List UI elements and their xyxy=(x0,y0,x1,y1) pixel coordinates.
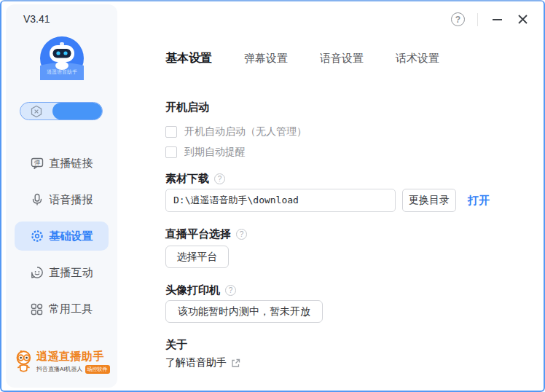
minimize-icon xyxy=(492,14,503,25)
printer-title-text: 头像打印机 xyxy=(165,283,220,297)
section-title-platform: 直播平台选择 ? xyxy=(165,227,533,241)
select-platform-button[interactable]: 选择平台 xyxy=(165,246,229,268)
brand-text: 逍遥直播助手 抖音直播AI机器人 场控软件 xyxy=(36,350,110,374)
section-title-printer: 头像打印机 ? xyxy=(165,283,533,297)
startup-title-text: 开机启动 xyxy=(165,101,209,114)
section-title-about: 关于 xyxy=(165,337,533,352)
download-title-text: 素材下载 xyxy=(165,172,209,186)
chat-smiley-icon xyxy=(31,266,44,279)
microphone-icon xyxy=(31,193,44,206)
download-help-icon[interactable]: ? xyxy=(214,173,225,184)
minimize-button[interactable] xyxy=(490,13,503,26)
sidebar-item-voice-broadcast[interactable]: 语音播报 xyxy=(15,185,109,214)
about-link-label: 了解语音助手 xyxy=(165,356,227,369)
gear-icon xyxy=(31,230,44,243)
printer-beta-button[interactable]: 该功能暂时内测中，暂未开放 xyxy=(165,300,323,323)
autostart-checkbox[interactable] xyxy=(165,126,177,138)
sidebar-item-common-tools[interactable]: 常用工具 xyxy=(15,294,109,324)
startup-option-row: 到期自动提醒 xyxy=(165,144,533,161)
about-link[interactable]: 了解语音助手 xyxy=(165,356,533,370)
main-content: 基本设置 弹幕设置 语音设置 话术设置 开机启动 开机自动启动（无人管理） 到期… xyxy=(165,1,533,370)
toggle-knob xyxy=(20,103,52,119)
brand-title: 逍遥直播助手 xyxy=(36,350,110,364)
expiry-reminder-checkbox[interactable] xyxy=(165,146,177,158)
autostart-label: 开机自动启动（无人管理） xyxy=(184,125,307,138)
sidebar-item-live-link[interactable]: 弹 直播链接 xyxy=(15,149,109,178)
brand-subtitle-row: 抖音直播AI机器人 场控软件 xyxy=(36,365,110,374)
sidebar-menu: 弹 直播链接 语音播报 基础设置 xyxy=(6,149,117,331)
sidebar-item-live-interaction[interactable]: 直播互动 xyxy=(15,258,109,287)
sidebar-item-label: 基础设置 xyxy=(50,230,93,243)
change-directory-button[interactable]: 更换目录 xyxy=(402,189,456,212)
brand-subtitle: 抖音直播AI机器人 xyxy=(36,365,83,373)
apps-grid-icon xyxy=(31,303,43,315)
sidebar-item-label: 常用工具 xyxy=(49,302,93,316)
section-title-download: 素材下载 ? xyxy=(165,171,533,186)
assistant-power-toggle[interactable] xyxy=(20,102,103,120)
sidebar-item-label: 直播互动 xyxy=(50,266,93,280)
startup-option-row: 开机自动启动（无人管理） xyxy=(165,123,533,141)
expiry-reminder-label: 到期自动提醒 xyxy=(184,146,246,159)
tab-basic-settings[interactable]: 基本设置 xyxy=(165,51,212,66)
sidebar-item-label: 语音播报 xyxy=(50,193,93,207)
close-icon xyxy=(517,14,528,25)
external-link-icon xyxy=(231,358,240,368)
brand-robot-icon xyxy=(14,347,34,376)
sidebar: V3.41 逍遥语音助手 弹 直 xyxy=(6,4,117,388)
sidebar-item-label: 直播链接 xyxy=(50,157,93,170)
titlebar-controls: ? xyxy=(451,12,529,26)
tab-script-settings[interactable]: 话术设置 xyxy=(396,52,439,66)
svg-text:弹: 弹 xyxy=(34,159,40,166)
tab-danmu-settings[interactable]: 弹幕设置 xyxy=(244,52,288,66)
danmu-bubble-icon: 弹 xyxy=(31,157,44,170)
open-directory-link[interactable]: 打开 xyxy=(468,194,490,208)
avatar-banner-text: 逍遥语音助手 xyxy=(47,68,77,75)
version-label: V3.41 xyxy=(23,13,50,25)
help-icon[interactable]: ? xyxy=(451,12,465,26)
tab-voice-settings[interactable]: 语音设置 xyxy=(320,52,364,66)
sidebar-item-basic-settings[interactable]: 基础设置 xyxy=(15,222,109,251)
titlebar-divider xyxy=(477,13,478,26)
brand-logo: 逍遥直播助手 抖音直播AI机器人 场控软件 xyxy=(14,347,110,376)
printer-help-icon[interactable]: ? xyxy=(225,285,236,296)
download-path-row: 更换目录 打开 xyxy=(165,189,533,212)
download-path-input[interactable] xyxy=(165,189,396,212)
brand-badge: 场控软件 xyxy=(85,365,110,374)
section-title-startup: 开机启动 xyxy=(165,100,533,114)
hexagon-x-icon xyxy=(30,105,43,118)
settings-tabs: 基本设置 弹幕设置 语音设置 话术设置 xyxy=(165,51,533,66)
about-title-text: 关于 xyxy=(165,338,187,352)
app-avatar: 逍遥语音助手 xyxy=(40,36,84,80)
toggle-track xyxy=(52,103,102,119)
help-glyph: ? xyxy=(455,15,460,25)
platform-help-icon[interactable]: ? xyxy=(236,229,247,240)
close-button[interactable] xyxy=(516,13,529,26)
platform-title-text: 直播平台选择 xyxy=(165,227,231,241)
